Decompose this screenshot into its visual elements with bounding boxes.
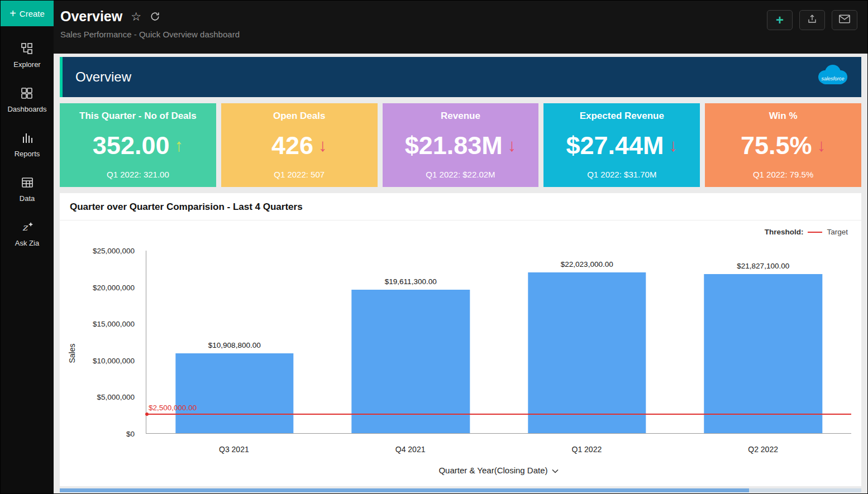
sidebar-item-label: Ask Zia xyxy=(15,239,39,247)
threshold-line xyxy=(146,414,851,415)
sidebar-nav: Explorer Dashboards Reports xyxy=(1,26,54,247)
bar-column: $19,611,300.00 xyxy=(323,251,499,433)
x-tick-label: Q4 2021 xyxy=(322,438,499,454)
bar-q3-2021[interactable] xyxy=(175,353,293,433)
kpi-card[interactable]: Win % 75.5% ↓ Q1 2022: 79.5% xyxy=(705,103,861,187)
sidebar-item-data[interactable]: Data xyxy=(20,176,35,203)
kpi-value: $27.44M xyxy=(566,131,664,160)
kpi-compare: Q1 2022: $22.02M xyxy=(426,170,495,179)
mail-button[interactable] xyxy=(832,10,857,30)
kpi-compare: Q1 2022: 79.5% xyxy=(753,170,813,179)
page-subtitle: Sales Performance - Quick Overview dashb… xyxy=(60,30,240,39)
x-tick-label: Q3 2021 xyxy=(146,438,322,454)
chart-panel: Quarter over Quarter Comparision - Last … xyxy=(60,193,861,486)
dashboard-content: Overview salesforce This Quarter - No of… xyxy=(54,54,867,493)
plot-area: $2,500,000.00 $10,908,800.00$19,611,300.… xyxy=(146,251,851,434)
bar-chart: Sales $0$5,000,000$10,000,000$15,000,000… xyxy=(63,237,853,485)
y-tick-label: $20,000,000 xyxy=(93,283,135,291)
bar-value-label: $10,908,800.00 xyxy=(146,341,323,349)
x-tick-label: Q2 2022 xyxy=(675,438,851,454)
y-tick-label: $5,000,000 xyxy=(97,393,135,401)
bar-value-label: $21,827,100.00 xyxy=(675,262,852,270)
kpi-compare: Q1 2022: $31.70M xyxy=(587,170,656,179)
dashboard-banner: Overview salesforce xyxy=(60,57,861,97)
kpi-title: Expected Revenue xyxy=(580,111,664,122)
create-button[interactable]: + Create xyxy=(1,1,54,26)
page-title: Overview xyxy=(60,8,122,25)
favorite-star-icon[interactable]: ☆ xyxy=(131,10,141,23)
header-left: Overview ☆ Sales Performance - Quick Ove… xyxy=(60,8,240,54)
x-tick-label: Q1 2022 xyxy=(499,438,675,454)
kpi-value: 426 xyxy=(271,131,313,160)
kpi-title: Revenue xyxy=(441,111,480,122)
kpi-card[interactable]: Expected Revenue $27.44M ↓ Q1 2022: $31.… xyxy=(543,103,700,187)
x-axis-title[interactable]: Quarter & Year(Closing Date) xyxy=(146,466,851,475)
sidebar-item-label: Explorer xyxy=(13,60,40,69)
sidebar: + Create Explorer xyxy=(1,1,54,493)
kpi-card[interactable]: Revenue $21.83M ↓ Q1 2022: $22.02M xyxy=(383,103,539,187)
refresh-icon[interactable] xyxy=(150,11,160,22)
bar-q2-2022[interactable] xyxy=(704,274,822,433)
header: Overview ☆ Sales Performance - Quick Ove… xyxy=(54,1,867,54)
ask-zia-icon: z xyxy=(20,220,35,234)
kpi-value: 75.5% xyxy=(741,131,812,160)
chevron-down-icon xyxy=(552,466,559,475)
kpi-title: This Quarter - No of Deals xyxy=(79,111,197,122)
threshold-line-swatch xyxy=(808,232,822,233)
mail-icon xyxy=(839,15,850,26)
chart-panel-title: Quarter over Quarter Comparision - Last … xyxy=(60,193,861,220)
explorer-icon xyxy=(20,42,34,55)
dashboards-icon xyxy=(20,87,34,100)
horizontal-scrollbar xyxy=(60,488,861,492)
header-actions: + xyxy=(767,8,857,54)
kpi-compare: Q1 2022: 321.00 xyxy=(107,170,169,179)
threshold-legend: Threshold: Target xyxy=(60,220,861,236)
y-tick-label: $25,000,000 xyxy=(93,247,135,255)
export-icon xyxy=(807,14,817,26)
sidebar-item-label: Reports xyxy=(15,150,40,158)
kpi-row: This Quarter - No of Deals 352.00 ↑ Q1 2… xyxy=(60,103,861,187)
scrollbar-thumb[interactable] xyxy=(60,488,749,492)
kpi-value: $21.83M xyxy=(405,131,503,160)
trend-arrow: ↓ xyxy=(817,136,826,156)
bar-column: $21,827,100.00 xyxy=(675,251,852,433)
sidebar-item-dashboards[interactable]: Dashboards xyxy=(7,87,46,113)
plus-icon: + xyxy=(9,8,16,19)
data-icon xyxy=(21,176,34,189)
sidebar-item-label: Dashboards xyxy=(7,105,46,113)
trend-arrow: ↓ xyxy=(669,136,678,156)
bar-value-label: $22,023,000.00 xyxy=(499,260,675,268)
create-button-label: Create xyxy=(20,9,45,18)
y-tick-label: $0 xyxy=(126,430,135,438)
trend-arrow: ↓ xyxy=(508,136,517,156)
sidebar-item-ask-zia[interactable]: z Ask Zia xyxy=(15,220,39,247)
kpi-compare: Q1 2022: 507 xyxy=(274,170,325,179)
reports-icon xyxy=(21,131,34,145)
add-button[interactable]: + xyxy=(767,10,793,30)
sidebar-item-reports[interactable]: Reports xyxy=(15,131,40,158)
plus-icon: + xyxy=(776,13,784,27)
y-tick-label: $15,000,000 xyxy=(93,320,135,328)
bar-q1-2022[interactable] xyxy=(528,272,646,433)
banner-title: Overview xyxy=(75,69,131,85)
sidebar-item-label: Data xyxy=(20,194,35,203)
svg-text:z: z xyxy=(22,222,28,233)
salesforce-logo: salesforce xyxy=(814,63,850,91)
kpi-card[interactable]: This Quarter - No of Deals 352.00 ↑ Q1 2… xyxy=(60,103,216,187)
threshold-legend-value: Target xyxy=(827,228,848,236)
svg-text:salesforce: salesforce xyxy=(821,76,844,81)
bar-value-label: $19,611,300.00 xyxy=(323,277,499,286)
bar-column: $22,023,000.00 xyxy=(499,251,675,433)
main-area: Overview ☆ Sales Performance - Quick Ove… xyxy=(54,1,867,493)
export-button[interactable] xyxy=(799,10,825,30)
threshold-label: $2,500,000.00 xyxy=(149,404,197,412)
x-axis-title-text: Quarter & Year(Closing Date) xyxy=(438,466,547,475)
bar-q4-2021[interactable] xyxy=(352,290,470,433)
app-window: + Create Explorer xyxy=(1,1,867,493)
y-tick-label: $10,000,000 xyxy=(93,356,135,364)
sidebar-item-explorer[interactable]: Explorer xyxy=(13,42,40,69)
y-axis: $0$5,000,000$10,000,000$15,000,000$20,00… xyxy=(63,251,141,434)
kpi-value: 352.00 xyxy=(93,131,170,160)
kpi-title: Win % xyxy=(769,111,798,122)
kpi-card[interactable]: Open Deals 426 ↓ Q1 2022: 507 xyxy=(221,103,378,187)
